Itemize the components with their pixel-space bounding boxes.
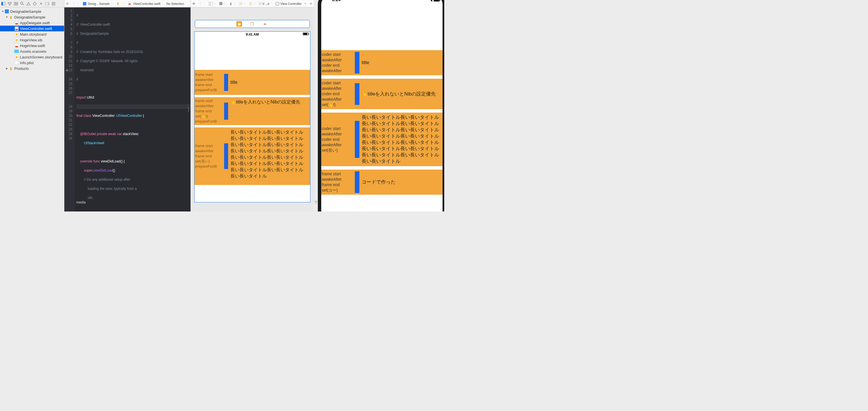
disclosure-triangle-icon[interactable]: ▼ — [5, 16, 8, 19]
group-node[interactable]: ▼ ▮ DesignableSample — [0, 14, 64, 20]
jump-file-segment[interactable]: ViewController.swift — [126, 1, 161, 6]
project-icon[interactable] — [218, 1, 223, 6]
file-label: HogeView.swift — [20, 43, 45, 48]
code-token: func — [93, 159, 100, 163]
code-token: final — [76, 114, 83, 118]
simulator: 8:24 ◥ coder start awakeAfter coder end … — [314, 0, 444, 211]
outlet-connection-icon[interactable]: ◉ — [65, 68, 68, 72]
file-node[interactable]: HogeView.swift — [0, 43, 64, 49]
related-items-icon[interactable]: ❖ — [64, 1, 70, 6]
sim-stackview: coder start awakeAfter coder end awakeAf… — [321, 49, 442, 196]
folder-icon: ▮ — [8, 15, 13, 19]
svg-rect-2 — [8, 2, 9, 3]
symbol-navigator-icon[interactable] — [13, 1, 19, 6]
back-button[interactable]: 〈 — [70, 1, 76, 6]
viewcontroller-dock-icon[interactable]: ◉ — [236, 21, 242, 27]
file-label: HogeView.xib — [20, 38, 42, 42]
hoge-view-row[interactable]: frame start awakeAfter frame end prepare… — [194, 69, 310, 96]
report-navigator-icon[interactable] — [51, 1, 56, 6]
breakpoint-navigator-icon[interactable] — [44, 1, 50, 6]
title-label: 👆titleを入れないとNibの設定優先 — [228, 97, 310, 125]
group-label: DesignableSample — [14, 15, 45, 19]
products-node[interactable]: ▶ ▮ Products — [0, 65, 64, 71]
storyboard-icon — [15, 55, 19, 59]
file-node[interactable]: Main.storyboard — [0, 31, 64, 37]
disclosure-triangle-icon[interactable]: ▶ — [5, 67, 8, 70]
ib-device-frame[interactable]: 9:41 AM frame start awakeAfter frame end… — [194, 31, 310, 202]
ib-canvas[interactable]: ◉ ❒ ⇤ 9:41 AM frame start awakeAfter fra… — [191, 7, 314, 211]
log-line: coder end — [322, 91, 354, 97]
jump-folder-segment[interactable]: ▮ — [115, 1, 122, 6]
disclosure-triangle-icon[interactable]: ▼ — [1, 10, 5, 13]
log-line: prepareForIB — [195, 164, 224, 169]
back-button[interactable]: 〈 — [196, 1, 202, 6]
gutter[interactable]: 123456789101112◉131415161718192021222324… — [64, 7, 74, 211]
log-line: awakeAfter — [322, 131, 354, 137]
code-token: weak — [108, 132, 116, 136]
file-node[interactable]: AppDelegate.swift — [0, 20, 64, 26]
jump-viewcontroller-segment[interactable]: View Controller — [275, 2, 303, 6]
title-label: title — [360, 50, 442, 75]
exit-dock-icon[interactable]: ⇤ — [262, 21, 268, 27]
find-navigator-icon[interactable] — [19, 1, 25, 6]
add-assistant-icon[interactable]: ＋ — [303, 1, 308, 6]
related-items-icon[interactable]: ❖ — [191, 1, 196, 6]
status-time: 9:41 AM — [246, 32, 259, 36]
file-node[interactable]: LaunchScreen.storyboard — [0, 54, 64, 60]
log-line: awakeAfter — [195, 148, 224, 154]
log-line: frame start — [322, 171, 354, 177]
blue-bar — [224, 102, 228, 120]
forward-button[interactable]: 〉 — [202, 1, 208, 6]
svg-rect-3 — [10, 2, 11, 3]
scene-dock[interactable]: ◉ ❒ ⇤ — [195, 20, 310, 28]
file-navigator-icon[interactable] — [1, 1, 6, 6]
code-token: class — [84, 114, 91, 118]
log-line: awakeAfter — [322, 68, 354, 74]
project-node[interactable]: ▼ DesignableSample — [0, 8, 64, 14]
storyboard-icon[interactable] — [248, 1, 253, 6]
source-control-navigator-icon[interactable] — [7, 1, 12, 6]
code-line: // ViewController.swift — [76, 23, 110, 27]
code-token: viewDidLoad — [101, 159, 120, 163]
log-line: prepareForIB — [195, 88, 224, 93]
title-label: コードで作った — [360, 170, 442, 195]
jump-scene-segment[interactable]: V…e — [258, 2, 270, 5]
title-label: 長い長いタイトル長い長いタイトル長い長いタイトル長い長いタイトル長い長いタイトル… — [360, 113, 442, 166]
test-navigator-icon[interactable] — [32, 1, 38, 6]
hoge-view-row[interactable]: frame start awakeAfter frame end set(👆t)… — [194, 96, 310, 126]
hoge-view-row[interactable]: frame start awakeAfter frame end set(長い)… — [194, 126, 310, 186]
file-label: LaunchScreen.storyboard — [20, 55, 62, 59]
simulator-device[interactable]: 8:24 ◥ coder start awakeAfter coder end … — [318, 0, 444, 211]
battery-icon — [433, 0, 440, 2]
log-line: frame end — [195, 82, 224, 88]
folder-icon[interactable]: ▮ — [228, 1, 234, 6]
log-line: awakeAfter — [322, 177, 354, 182]
storyboard-icon[interactable] — [238, 1, 244, 6]
log-line: coder start — [322, 52, 354, 57]
file-node[interactable]: Info.plist — [0, 60, 64, 65]
xib-icon — [15, 38, 19, 42]
file-node[interactable]: Assets.xcassets — [0, 49, 64, 54]
forward-button[interactable]: 〉 — [76, 1, 82, 6]
jump-symbol-segment[interactable]: No Selection — [165, 2, 185, 5]
log-line: frame end — [322, 182, 354, 187]
log-line: awakeAfter — [322, 97, 354, 102]
debug-navigator-icon[interactable]: ≡ — [38, 1, 44, 6]
jump-project-segment[interactable]: Desig…Sample — [82, 1, 111, 6]
hoge-view-row: frame start awakeAfter frame end set(コー)… — [321, 168, 442, 196]
counterparts-icon[interactable] — [208, 1, 214, 6]
code-text[interactable]: // // ViewController.swift // Designable… — [74, 7, 190, 211]
issue-navigator-icon[interactable] — [26, 1, 31, 6]
log-line: awakeAfter — [322, 86, 354, 91]
code-area[interactable]: 123456789101112◉131415161718192021222324… — [64, 7, 190, 211]
first-responder-dock-icon[interactable]: ❒ — [249, 21, 255, 27]
sim-status-bar: 8:24 ◥ — [321, 0, 442, 6]
jump-seg-label: V…e — [262, 2, 269, 5]
log-line: awakeAfter — [195, 77, 224, 82]
ib-stackview[interactable]: frame start awakeAfter frame end prepare… — [194, 69, 310, 186]
code-line: // Copyright © 2018年 takasek. All rights — [76, 59, 138, 63]
code-line: // DesignableSample — [76, 32, 109, 36]
file-node-selected[interactable]: ViewController.swift — [0, 26, 64, 31]
close-assistant-icon[interactable]: ✕ — [308, 1, 314, 6]
file-node[interactable]: HogeView.xib — [0, 37, 64, 43]
